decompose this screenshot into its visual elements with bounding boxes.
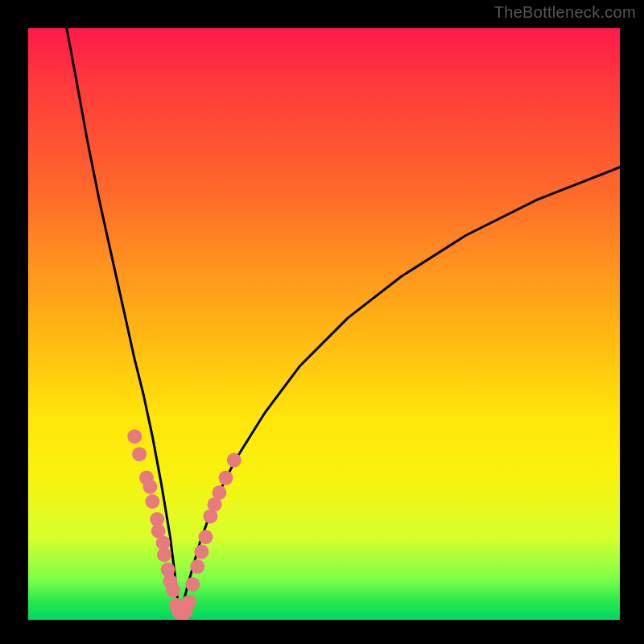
data-dot <box>190 559 204 574</box>
data-dot <box>194 544 208 559</box>
bottleneck-curve <box>67 28 620 620</box>
data-dot <box>185 577 200 592</box>
data-dot <box>227 453 242 468</box>
data-dot <box>132 447 147 461</box>
chart-stage: TheBottleneck.com <box>0 0 644 644</box>
data-dots <box>127 429 241 620</box>
data-dot <box>199 530 213 544</box>
plot-area <box>28 28 620 620</box>
watermark-text: TheBottleneck.com <box>494 3 636 22</box>
data-dot <box>218 471 233 485</box>
data-dot <box>157 547 171 562</box>
data-dot <box>142 480 157 494</box>
data-dot <box>182 595 196 609</box>
data-dot <box>212 485 226 500</box>
curve-segment <box>179 167 620 620</box>
data-dot <box>145 494 159 509</box>
data-dot <box>166 583 180 597</box>
curve-svg <box>28 28 620 620</box>
data-dot <box>127 429 142 444</box>
